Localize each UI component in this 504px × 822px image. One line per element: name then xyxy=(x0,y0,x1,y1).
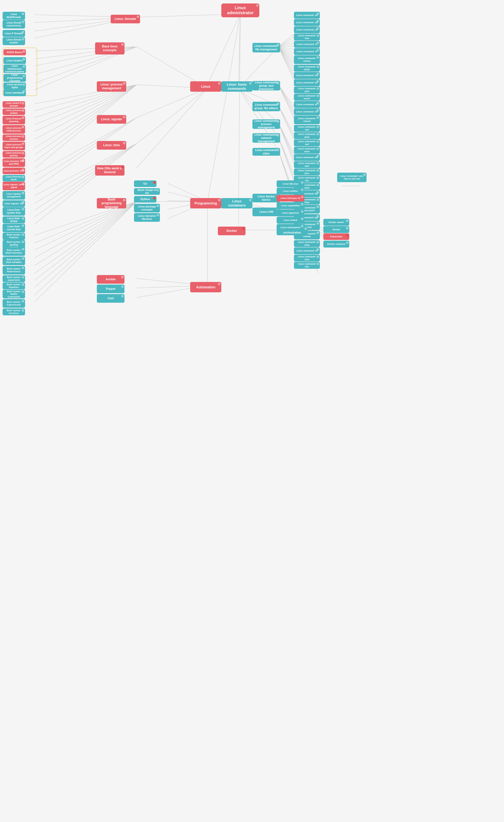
cmd-grep-node[interactable]: Linux command: grep i xyxy=(294,132,320,139)
linux-sig-list-node[interactable]: Linux signals: list i xyxy=(3,200,25,207)
cmd-file-editors-node[interactable]: Linux commands group: file editors i xyxy=(253,102,280,111)
docker-swarm-node[interactable]: Docker swarm i xyxy=(323,219,349,226)
cmd-echo-node[interactable]: Linux command: echo i xyxy=(294,147,320,153)
linux-capabilities-node[interactable]: Linux capabilities i xyxy=(277,202,304,209)
cmd-cat-node[interactable]: Linux command: cat i xyxy=(294,19,320,26)
linux-signals-node[interactable]: Linux: signals i xyxy=(97,115,126,124)
linux-containers-node[interactable]: Linux containers i xyxy=(221,198,253,209)
docker-compose-node[interactable]: Docker compose i xyxy=(323,241,349,248)
linux-sig-send-node[interactable]: Linux signals: send signal i xyxy=(3,181,25,190)
linux-apparmor-node[interactable]: Linux apparmor i xyxy=(277,210,304,217)
linux-interprocess-node[interactable]: Linux interprocess communications i xyxy=(3,64,26,73)
basic-usage-git-node[interactable]: Basic Usage of Git i xyxy=(134,188,160,195)
linux-mutex-node[interactable]: Linux mutex P-threads i xyxy=(3,101,25,108)
linux-proc-planning-node[interactable]: Linux Process: planning i xyxy=(3,116,25,124)
cmd-du-node[interactable]: Linux command: du i xyxy=(294,79,320,86)
cmd-find-node[interactable]: Linux command: find i xyxy=(294,34,320,40)
linux-proc-users-node[interactable]: Linux process: users and groups i xyxy=(3,142,25,150)
cmd-sed-node[interactable]: Linux command: sed i xyxy=(294,139,320,146)
linux-proc-limits-node[interactable]: Linux Process: limits i xyxy=(3,175,25,181)
linux-thread-models-node[interactable]: Linux thread models i xyxy=(3,37,25,45)
bash-prog-node[interactable]: Bash programming language i xyxy=(97,198,126,209)
linux-proc-priority-node[interactable]: Linux process: priority i xyxy=(3,151,25,157)
linux-process-mgmt-node[interactable]: Linux: process management i xyxy=(97,81,126,92)
cmd-pwd-node[interactable]: Linux command: pwd i xyxy=(294,86,320,93)
cmd-stat-node[interactable]: Linux command: stat i xyxy=(294,125,320,132)
cmd-ls-node[interactable]: Linux command: ls i xyxy=(294,48,320,55)
cmd-mv-node[interactable]: Linux command: mv i xyxy=(294,72,320,79)
cmd-text-proc-node[interactable]: Linux commands group: text processors i xyxy=(253,81,280,90)
cmd-cp-node[interactable]: Linux command: cp i xyxy=(294,26,320,33)
cmd-info-node[interactable]: Linux command: info i xyxy=(294,262,320,269)
linux-dynamic-libs-node[interactable]: Linux dynamic libraries i xyxy=(134,213,160,222)
cmd-id-node[interactable]: Linux command: id i xyxy=(294,247,320,254)
linux-docker-basics-node[interactable]: Linux docker basics i xyxy=(253,194,280,202)
cmd-df-node[interactable]: Linux command: df i xyxy=(294,101,320,108)
bash-builtin-node[interactable]: Bash syntax: Builtin Commands i xyxy=(3,290,25,298)
linux-standards-node[interactable]: Linux standards i xyxy=(3,89,26,96)
chef-node[interactable]: Chef i xyxy=(97,294,124,303)
linux-proc-session-node[interactable]: Linux process: session i xyxy=(3,134,25,141)
cmd-net-mgmt-node[interactable]: Linux commands: network management i xyxy=(253,133,280,143)
bash-functions-node[interactable]: Bash syntax: functions i xyxy=(3,309,25,315)
root-node[interactable]: Linux administrator i xyxy=(221,3,260,17)
cmd-other-node[interactable]: Linux command: other i xyxy=(253,148,280,156)
automation-node[interactable]: Automation i xyxy=(190,282,221,292)
how-oss-work-node[interactable]: How OSs work in General xyxy=(95,165,124,175)
cmd-man-node[interactable]: Linux command: man i xyxy=(294,255,320,262)
cmd-cd-node[interactable]: Linux command: cd i xyxy=(294,12,320,19)
linux-proc-child-node[interactable]: Linux process: child process i xyxy=(3,125,25,134)
ansible-node[interactable]: Ansible i xyxy=(97,275,124,284)
go-node[interactable]: Go xyxy=(134,180,156,187)
linux-basic-commands-node[interactable]: Linux: basic commands i xyxy=(221,81,253,92)
linux-proc-pid-node[interactable]: Linux process: PID and PPID i xyxy=(3,158,25,167)
linux-prog-concepts-node[interactable]: Linux programming concepts i xyxy=(3,74,26,82)
linux-time-system-node[interactable]: Linux time: system time i xyxy=(3,207,25,216)
linux-proc-zombie-node[interactable]: Linux process: zombie i xyxy=(3,108,25,115)
cmd-ping-node[interactable]: Linux command: ping i xyxy=(294,240,320,247)
bash-shell-func-node[interactable]: Bash syntax: Shell Functions i xyxy=(3,247,25,256)
linux-time-current-node[interactable]: Linux time: current time i xyxy=(3,224,25,232)
cmd-rm-node[interactable]: Linux command: rm i xyxy=(294,108,320,115)
bash-quoting-node[interactable]: Bash syntax: quoting i xyxy=(3,240,25,247)
posix-basics-node[interactable]: POSIX Basics i xyxy=(3,49,26,55)
linux-selinux-node[interactable]: Linux SELinux i xyxy=(277,180,304,187)
bash-redirections-node[interactable]: Bash syntax: Redirections i xyxy=(3,266,25,275)
linux-time-node[interactable]: Linux: time i xyxy=(97,141,126,150)
linux-lvm-node[interactable]: Linux LVM i xyxy=(253,208,280,216)
programming-node[interactable]: Programming i xyxy=(190,198,221,209)
cmd-file-mgmt-node[interactable]: Linux commands: file management i xyxy=(253,43,280,52)
bash-coprocess-node[interactable]: Bash syntax: Coprocesses i xyxy=(3,299,25,308)
linux-thread-concurrency-node[interactable]: Linux thread concurrency i xyxy=(3,20,25,29)
cmd-touch-node[interactable]: Linux command: touch i xyxy=(294,94,320,101)
cmd-vim-exit-node[interactable]: Linux command: vim: how to exit vim i xyxy=(337,172,367,182)
bash-expansions-node[interactable]: Bash syntax: expansions i xyxy=(3,275,25,282)
puppet-node[interactable]: Puppet i xyxy=(97,285,124,293)
cmd-mkdir-node[interactable]: Linux command: mkdir i xyxy=(294,65,320,72)
linux-pkg-concepts-node[interactable]: Linux package concepts i xyxy=(134,204,160,213)
python-node[interactable]: Python xyxy=(134,196,156,202)
cmd-chown-node[interactable]: Linux command: chown i xyxy=(294,55,320,64)
cmd-proc-mgmt-node[interactable]: Linux commands: process management i xyxy=(253,119,280,129)
linux-proc-fork-node[interactable]: Linux process: fork i xyxy=(3,167,25,174)
kubernetes-node[interactable]: Kubernetes xyxy=(323,233,349,240)
linux-multithreads-node[interactable]: Linux Multithreads i xyxy=(3,12,25,20)
cmd-ln-node[interactable]: Linux command: ln i xyxy=(294,41,320,48)
linux-node[interactable]: Linux i xyxy=(190,81,221,92)
cmd-tail-node[interactable]: Linux command: tail i xyxy=(294,154,320,161)
base-linux-concepts-node[interactable]: Base linux concepts i xyxy=(95,42,124,54)
linux-p-threads-node[interactable]: Linux P-threads i xyxy=(3,30,25,37)
cmd-chmod-node[interactable]: Linux command: chmod i xyxy=(294,115,320,124)
docker-node[interactable]: Docker xyxy=(218,227,245,235)
bash-pipelines-node[interactable]: Bash syntax: Pipelines i xyxy=(3,283,25,289)
linux-cgroups-node[interactable]: Linux CGroups V2 i xyxy=(277,195,304,201)
cmd-pico-node[interactable]: Linux command: pico i xyxy=(294,168,320,175)
linux-sig-mgmt-node[interactable]: Linux signals: management i xyxy=(3,191,25,199)
linux-headers-node[interactable]: Linux headers i xyxy=(3,57,26,64)
linux-netlink-node[interactable]: Linux netlink i xyxy=(277,217,304,224)
linux-threads-node[interactable]: Linux: threads i xyxy=(111,15,140,23)
cmd-awk-node[interactable]: Linux command: awk i xyxy=(294,161,320,168)
bash-shell-vars-node[interactable]: Bash syntax: Shell Variables i xyxy=(3,257,25,265)
linux-namespaces-node[interactable]: Linux namespaces i xyxy=(277,224,304,231)
bash-features-node[interactable]: Bash syntax: Features i xyxy=(3,233,25,240)
